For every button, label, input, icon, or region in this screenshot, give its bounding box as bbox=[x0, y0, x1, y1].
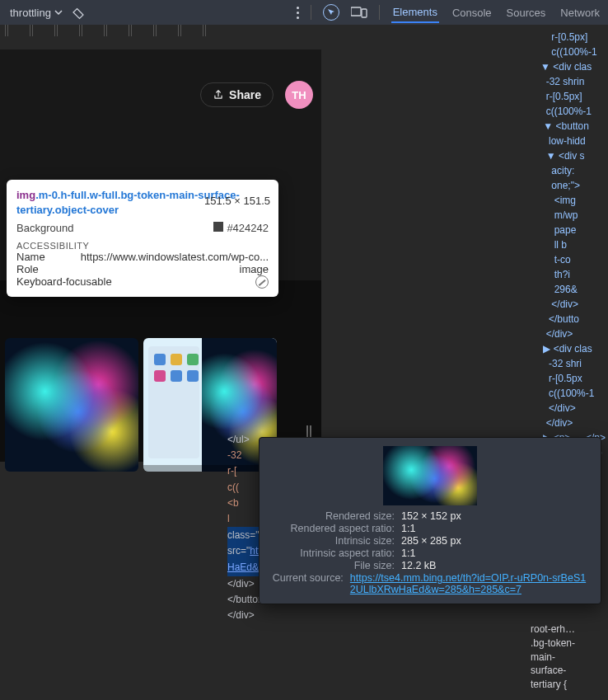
dom-line[interactable]: ll b bbox=[540, 237, 605, 252]
preview-row: Intrinsic aspect ratio:1:1 bbox=[269, 547, 591, 559]
tooltip-dimensions: 151.5 × 151.5 bbox=[204, 195, 270, 207]
tooltip-role-label: Role bbox=[16, 263, 39, 275]
styles-line[interactable]: surface- bbox=[531, 664, 603, 678]
dom-line[interactable]: r-[0.5px] bbox=[540, 89, 605, 104]
svg-rect-0 bbox=[351, 7, 361, 16]
dom-line[interactable]: </div> bbox=[540, 297, 605, 312]
preview-value: 152 × 152 px bbox=[401, 510, 461, 522]
dom-line[interactable]: </div> bbox=[540, 401, 605, 416]
styles-line[interactable]: tertiary { bbox=[531, 678, 603, 692]
tab-console[interactable]: Console bbox=[451, 3, 493, 22]
devtools-toolbar: throttling Elements Console Sources Netw… bbox=[0, 0, 608, 25]
dom-line[interactable]: </div> bbox=[540, 416, 605, 430]
dom-line[interactable]: ▶ <div clas bbox=[540, 341, 605, 356]
preview-key: File size: bbox=[269, 560, 395, 571]
not-focusable-icon bbox=[255, 275, 269, 289]
rotate-icon[interactable] bbox=[71, 5, 86, 20]
dom-line[interactable]: ▼ <button bbox=[540, 119, 605, 134]
dom-line[interactable]: <img bbox=[540, 193, 605, 208]
tooltip-name-value: https://www.windowslatest.com/wp-co... bbox=[45, 251, 269, 263]
preview-row: File size:12.2 kB bbox=[269, 560, 591, 571]
element-inspector-tooltip: img.m-0.h-full.w-full.bg-token-main-surf… bbox=[7, 180, 278, 297]
tooltip-name-label: Name bbox=[16, 251, 45, 263]
share-icon bbox=[213, 89, 224, 101]
share-button[interactable]: Share bbox=[200, 82, 274, 107]
color-swatch-icon bbox=[213, 222, 223, 232]
dom-line[interactable]: r-[0.5px bbox=[540, 371, 605, 386]
dom-line[interactable]: -32 shrin bbox=[540, 74, 605, 89]
preview-value: 1:1 bbox=[401, 547, 415, 559]
dom-line[interactable]: one;"> bbox=[540, 178, 605, 193]
tooltip-accessibility-heading: ACCESSIBILITY bbox=[16, 241, 269, 251]
toolbar-divider bbox=[379, 5, 380, 20]
element-picker-icon[interactable] bbox=[323, 4, 339, 21]
dom-line[interactable]: ▼ <div s bbox=[540, 148, 605, 163]
tooltip-bg-value: #424242 bbox=[227, 222, 269, 234]
styles-line[interactable]: main- bbox=[531, 651, 603, 665]
styles-line[interactable]: .bg-token- bbox=[531, 637, 603, 651]
styles-panel[interactable]: root-erh….bg-token-main-surface-tertiary… bbox=[527, 619, 606, 695]
preview-key: Rendered aspect ratio: bbox=[269, 523, 395, 534]
thumbnail[interactable] bbox=[5, 338, 138, 472]
dom-line[interactable]: c((100%-1 bbox=[540, 45, 605, 59]
preview-key: Intrinsic aspect ratio: bbox=[269, 547, 395, 559]
dom-line[interactable]: m/wp bbox=[540, 208, 605, 223]
image-preview-popup: Rendered size:152 × 152 pxRendered aspec… bbox=[259, 437, 601, 604]
throttling-dropdown[interactable]: throttling bbox=[7, 5, 66, 21]
preview-row: Intrinsic size:285 × 285 px bbox=[269, 535, 591, 547]
tooltip-focus-label: Keyboard-focusable bbox=[16, 275, 112, 289]
device-toggle-icon[interactable] bbox=[351, 6, 367, 19]
preview-thumbnail bbox=[383, 446, 477, 505]
dom-line[interactable]: ▼ <div clas bbox=[540, 59, 605, 74]
preview-row: Rendered size:152 × 152 px bbox=[269, 510, 591, 522]
dom-line[interactable]: </butto bbox=[540, 312, 605, 327]
dom-line[interactable]: </div> bbox=[540, 327, 605, 341]
throttling-label: throttling bbox=[10, 7, 51, 19]
tab-sources[interactable]: Sources bbox=[505, 3, 548, 22]
preview-source-label: Current source: bbox=[269, 572, 344, 595]
preview-key: Intrinsic size: bbox=[269, 535, 395, 547]
tooltip-role-value: image bbox=[240, 263, 269, 275]
dom-line[interactable]: -32 shri bbox=[540, 356, 605, 371]
share-label: Share bbox=[229, 88, 261, 101]
tooltip-bg-label: Background bbox=[16, 222, 73, 234]
preview-value: 12.2 kB bbox=[401, 560, 436, 571]
preview-key: Rendered size: bbox=[269, 510, 395, 522]
avatar[interactable]: TH bbox=[285, 81, 313, 109]
preview-value: 285 × 285 px bbox=[401, 535, 461, 547]
dom-line[interactable]: th?i bbox=[540, 267, 605, 282]
dom-line[interactable]: t-co bbox=[540, 252, 605, 267]
preview-value: 1:1 bbox=[401, 523, 415, 534]
dom-line[interactable]: c((100%-1 bbox=[540, 104, 605, 119]
preview-source-value[interactable]: https://tse4.mm.bing.net/th?id=OIP.r-uRP… bbox=[350, 572, 591, 595]
dom-line[interactable]: 296& bbox=[540, 282, 605, 297]
preview-row: Rendered aspect ratio:1:1 bbox=[269, 523, 591, 534]
kebab-menu-icon[interactable] bbox=[297, 7, 299, 19]
tab-network[interactable]: Network bbox=[559, 3, 601, 22]
styles-line[interactable]: root-erh… bbox=[531, 622, 603, 637]
page-preview: Share TH img.m-0.h-full.w-full.bg-token-… bbox=[0, 49, 321, 462]
dom-line[interactable]: low-hidd bbox=[540, 134, 605, 148]
dom-line[interactable]: r-[0.5px] bbox=[540, 30, 605, 45]
svg-rect-1 bbox=[362, 9, 367, 17]
toolbar-divider bbox=[311, 5, 311, 20]
tab-elements[interactable]: Elements bbox=[391, 2, 439, 23]
dom-line[interactable]: </div> bbox=[227, 608, 524, 623]
dom-line[interactable]: c((100%-1 bbox=[540, 386, 605, 401]
chevron-down-icon bbox=[54, 8, 63, 16]
ruler-marks bbox=[0, 25, 214, 41]
dom-line[interactable]: acity: bbox=[540, 163, 605, 178]
dom-line[interactable]: pape bbox=[540, 223, 605, 237]
